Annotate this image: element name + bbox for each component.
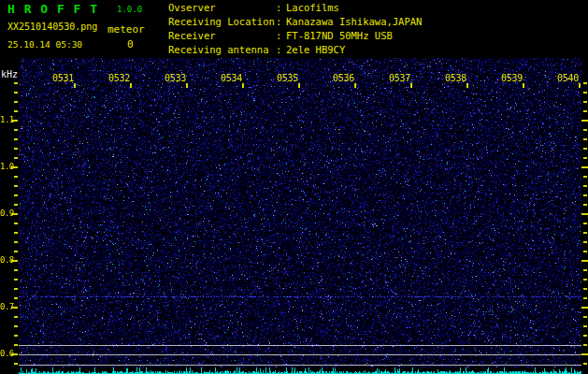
freq-minor-tick-right (583, 204, 587, 206)
freq-minor-tick-left (14, 157, 18, 159)
time-label: 0537 (375, 73, 410, 83)
freq-minor-tick-right (583, 251, 587, 252)
freq-minor-tick-right (583, 129, 587, 131)
freq-minor-tick-left (14, 241, 18, 243)
time-tick (354, 83, 356, 88)
freq-minor-tick-right (583, 101, 587, 103)
info-value: 2ele HB9CY (286, 44, 345, 55)
carrier-signal-line (19, 354, 581, 355)
freq-minor-tick-right (583, 148, 587, 150)
observation-datetime: 25.10.14 05:30 (7, 39, 82, 50)
info-label: Receiver (168, 29, 276, 43)
info-value: Lacofilms (286, 2, 339, 13)
freq-minor-tick-left (14, 223, 18, 224)
freq-minor-tick-right (583, 110, 587, 112)
freq-minor-tick-left (14, 335, 18, 337)
freq-minor-tick-left (14, 325, 18, 327)
freq-minor-tick-left (14, 204, 18, 206)
carrier-signal-line (19, 345, 581, 346)
freq-minor-tick-right (583, 232, 587, 234)
freq-minor-tick-right (583, 241, 587, 243)
time-label: 0531 (38, 73, 74, 83)
freq-minor-tick-left (14, 251, 18, 252)
freq-minor-tick-left (14, 138, 18, 140)
freq-minor-tick-left (14, 279, 18, 280)
info-value: FT-817ND 50MHz USB (286, 30, 393, 41)
freq-minor-tick-right (583, 335, 587, 337)
freq-minor-tick-left (14, 101, 18, 103)
freq-major-tick-right (581, 120, 588, 122)
app-version: 1.0.0 (117, 5, 142, 14)
freq-minor-tick-left (14, 288, 18, 290)
freq-minor-tick-left (14, 232, 18, 234)
freq-minor-tick-right (583, 297, 587, 299)
freq-minor-tick-right (583, 176, 587, 178)
freq-minor-tick-right (583, 288, 587, 290)
freq-minor-tick-left (14, 185, 18, 187)
freq-minor-tick-right (583, 92, 587, 94)
freq-minor-tick-left (14, 194, 18, 196)
freq-minor-tick-left (14, 269, 18, 271)
freq-minor-tick-left (14, 316, 18, 318)
time-tick (130, 83, 132, 88)
freq-label: 0.6 (0, 349, 12, 358)
time-label: 0539 (487, 73, 523, 83)
time-tick (466, 83, 468, 88)
freq-minor-tick-right (583, 269, 587, 271)
time-tick (579, 83, 581, 88)
carrier-signal-line (19, 365, 581, 366)
info-separator: : (276, 29, 286, 43)
freq-minor-tick-left (14, 363, 18, 365)
freq-minor-tick-right (583, 138, 587, 140)
freq-minor-tick-right (583, 363, 587, 365)
info-label: Receiving Location (168, 15, 276, 29)
freq-major-tick-right (581, 260, 588, 262)
hrofft-window: H R O F F T 1.0.0 XX2510140530.png meteo… (0, 0, 588, 374)
time-label: 0540 (543, 73, 579, 83)
info-separator: : (276, 43, 286, 57)
freq-minor-tick-left (14, 110, 18, 112)
freq-major-tick-right (581, 353, 588, 355)
time-label: 0536 (319, 73, 354, 83)
time-tick (74, 83, 76, 88)
spectrogram-canvas (19, 58, 581, 374)
freq-label: 1.0 (0, 162, 12, 171)
freq-label: 0.8 (0, 255, 12, 265)
freq-minor-tick-right (583, 325, 587, 327)
station-info-row: Receiving Location:Kanazawa Ishikawa,JAP… (168, 15, 422, 29)
freq-label: 1.1 (0, 115, 12, 124)
observation-mode: meteor (108, 23, 145, 36)
meteor-count: 0 (127, 38, 134, 50)
time-tick (298, 83, 300, 88)
app-title: H R O F F T (7, 2, 98, 16)
time-label: 0538 (431, 73, 466, 83)
freq-minor-tick-left (14, 297, 18, 299)
freq-minor-tick-left (14, 176, 18, 178)
freq-label: 0.7 (0, 302, 12, 311)
station-info: Ovserver:LacofilmsReceiving Location:Kan… (168, 1, 422, 57)
info-value: Kanazawa Ishikawa,JAPAN (286, 16, 422, 27)
info-label: Receiving antenna (168, 43, 276, 57)
freq-minor-tick-right (583, 185, 587, 187)
info-separator: : (276, 1, 286, 15)
freq-major-tick-right (581, 166, 588, 168)
time-label: 0533 (151, 73, 186, 83)
time-tick (523, 83, 524, 88)
output-filename: XX2510140530.png (7, 22, 97, 32)
station-info-row: Ovserver:Lacofilms (168, 1, 422, 15)
info-label: Ovserver (168, 1, 276, 15)
time-tick (186, 83, 188, 88)
freq-minor-tick-right (583, 194, 587, 196)
freq-minor-tick-left (14, 82, 18, 84)
freq-minor-tick-left (14, 344, 18, 346)
time-tick (410, 83, 412, 88)
time-tick (242, 83, 244, 88)
freq-unit-label: kHz (1, 69, 18, 79)
freq-minor-tick-right (583, 279, 587, 280)
freq-minor-tick-right (583, 316, 587, 318)
time-label: 0535 (263, 73, 298, 83)
freq-major-tick-right (581, 307, 588, 309)
freq-minor-tick-right (583, 223, 587, 224)
freq-minor-tick-right (583, 344, 587, 346)
freq-minor-tick-left (14, 129, 18, 131)
